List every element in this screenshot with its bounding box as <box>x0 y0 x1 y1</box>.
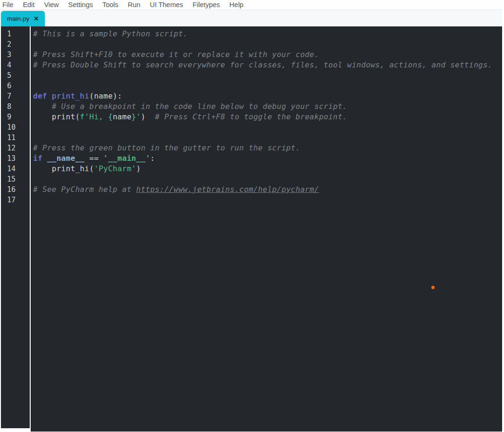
code-token <box>47 91 52 100</box>
menu-item-view[interactable]: View <box>44 1 59 8</box>
line-number: 6 <box>7 81 30 91</box>
menu-bar: FileEditViewSettingsToolsRunUI ThemesFil… <box>0 0 504 9</box>
line-number: 7 <box>7 91 30 101</box>
code-token <box>145 112 155 121</box>
code-token: } <box>132 112 136 121</box>
line-number: 10 <box>7 122 30 133</box>
tab-main-py[interactable]: main.py ✕ <box>1 11 45 26</box>
line-number: 14 <box>7 164 30 174</box>
code-line: # See PyCharm help at https://www.jetbra… <box>33 184 502 195</box>
code-line <box>33 122 502 133</box>
code-token: print_hi( <box>33 164 94 173</box>
code-line <box>33 70 502 81</box>
close-icon[interactable]: ✕ <box>34 16 39 22</box>
menu-item-file[interactable]: File <box>2 1 13 8</box>
code-token: '__main__' <box>103 154 150 163</box>
line-number: 17 <box>7 195 30 205</box>
code-token: print( <box>33 112 80 121</box>
code-token: (name): <box>89 91 122 100</box>
code-token: # Use a breakpoint in the code line belo… <box>52 102 347 111</box>
code-line <box>33 133 502 143</box>
menu-item-help[interactable]: Help <box>229 1 244 8</box>
code-token: == <box>84 154 103 163</box>
code-token <box>42 154 47 163</box>
code-token <box>33 102 52 111</box>
code-token: # Press the green button in the gutter t… <box>33 143 300 152</box>
code-line: # Press Shift+F10 to execute it or repla… <box>33 50 502 60</box>
code-token: { <box>108 112 113 121</box>
line-number: 13 <box>7 153 30 164</box>
line-number: 16 <box>7 184 30 195</box>
code-token: # Press Double Shift to search everywher… <box>33 60 492 69</box>
code-editor[interactable]: # This is a sample Python script.# Press… <box>31 26 502 432</box>
menu-item-ui-themes[interactable]: UI Themes <box>150 1 183 8</box>
line-number: 9 <box>7 112 30 122</box>
line-number: 5 <box>7 70 30 81</box>
code-line <box>33 195 502 205</box>
code-token: if <box>33 154 42 163</box>
code-line <box>33 81 502 91</box>
code-line: print_hi('PyCharm') <box>33 164 502 174</box>
menu-item-edit[interactable]: Edit <box>23 1 34 8</box>
line-number: 12 <box>7 143 30 153</box>
line-number: 4 <box>7 60 30 70</box>
menu-item-settings[interactable]: Settings <box>68 1 93 8</box>
tab-label: main.py <box>7 15 29 22</box>
line-number: 3 <box>7 50 30 60</box>
tab-bar: main.py ✕ <box>0 9 502 26</box>
code-token: 'PyCharm' <box>94 164 136 173</box>
help-link[interactable]: https://www.jetbrains.com/help/pycharm/ <box>136 185 319 194</box>
code-token: ) <box>136 164 141 173</box>
line-number: 8 <box>7 101 30 112</box>
code-token: print_hi <box>52 91 89 100</box>
code-token: name <box>113 112 132 121</box>
code-line: # This is a sample Python script. <box>33 29 502 39</box>
menu-item-tools[interactable]: Tools <box>102 1 118 8</box>
code-token: # Press Shift+F10 to execute it or repla… <box>33 50 319 59</box>
code-token: : <box>150 154 155 163</box>
code-token: 'Hi, <box>84 112 108 121</box>
code-token: ) <box>141 112 145 121</box>
code-token: __name__ <box>47 154 84 163</box>
code-token: # See PyCharm help at <box>33 185 136 194</box>
code-line: def print_hi(name): <box>33 91 502 101</box>
code-line: # Use a breakpoint in the code line belo… <box>33 101 502 112</box>
code-token: def <box>33 91 47 100</box>
code-line <box>33 174 502 184</box>
code-line: if __name__ == '__main__': <box>33 153 502 164</box>
code-line: # Press the green button in the gutter t… <box>33 143 502 153</box>
code-token: # Press Ctrl+F8 to toggle the breakpoint… <box>155 112 347 121</box>
line-number: 15 <box>7 174 30 184</box>
line-number: 2 <box>7 39 30 50</box>
line-number: 11 <box>7 133 30 143</box>
code-line <box>33 39 502 50</box>
gutter: 1234567891011121314151617 <box>1 26 30 428</box>
menu-item-run[interactable]: Run <box>128 1 141 8</box>
menu-item-filetypes[interactable]: Filetypes <box>193 1 220 8</box>
code-token: # This is a sample Python script. <box>33 29 188 38</box>
code-line: print(f'Hi, {name}') # Press Ctrl+F8 to … <box>33 112 502 122</box>
line-number: 1 <box>7 29 30 39</box>
editor: 1234567891011121314151617 # This is a sa… <box>1 26 502 432</box>
code-line: # Press Double Shift to search everywher… <box>33 60 502 70</box>
code-token: ' <box>136 112 141 121</box>
cursor-dot <box>431 286 435 289</box>
code-token: f <box>80 112 84 121</box>
